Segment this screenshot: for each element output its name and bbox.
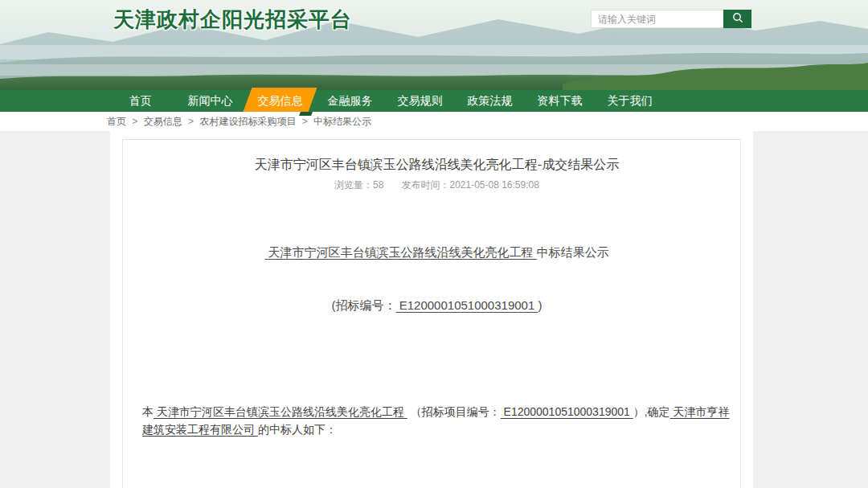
search-input[interactable] <box>591 10 723 28</box>
content-card: 天津市宁河区丰台镇滨玉公路线沿线美化亮化工程-成交结果公示 浏览量：58发布时间… <box>122 139 741 488</box>
bid-number: E1200001051000319001 <box>396 298 538 312</box>
breadcrumb-item-result-notice[interactable]: 中标结果公示 <box>313 116 371 127</box>
article-meta: 浏览量：58发布时间：2021-05-08 16:59:08 <box>142 178 731 191</box>
notice-subtitle: 天津市宁河区丰台镇滨玉公路线沿线美化亮化工程 中标结果公示 (招标编号： E12… <box>142 208 731 350</box>
breadcrumb-separator: > <box>302 116 308 127</box>
main-nav: 首页 新闻中心 交易信息 金融服务 交易规则 政策法规 资料下载 关于我们 <box>0 90 868 112</box>
project-name: 天津市宁河区丰台镇滨玉公路线沿线美化亮化工程 <box>264 245 536 259</box>
bid-number-label: (招标编号： <box>332 298 396 312</box>
breadcrumb: 首页 > 交易信息 > 农村建设招标采购项目 > 中标结果公示 <box>0 112 868 131</box>
notice-subtitle-line1: 天津市宁河区丰台镇滨玉公路线沿线美化亮化工程 中标结果公示 <box>142 244 731 261</box>
page: 天津政村企阳光招采平台 首页 新闻中心 交易信息 <box>0 0 868 488</box>
active-tab-fold <box>299 112 313 116</box>
breadcrumb-item-rural-projects[interactable]: 农村建设招标采购项目 <box>199 116 296 127</box>
intro-paragraph: 本 天津市宁河区丰台镇滨玉公路线沿线美化亮化工程 （招标项目编号： E12000… <box>142 403 731 438</box>
breadcrumb-separator: > <box>188 116 194 127</box>
nav-item-label: 政策法规 <box>468 94 513 107</box>
views-count: 58 <box>373 179 383 191</box>
breadcrumb-item-trade-info[interactable]: 交易信息 <box>144 116 182 127</box>
publish-time-label: 发布时间： <box>401 179 449 191</box>
breadcrumb-item-home[interactable]: 首页 <box>107 116 126 127</box>
nav-item-finance[interactable]: 金融服务 <box>315 90 385 112</box>
nav-item-policy[interactable]: 政策法规 <box>455 90 525 112</box>
nav-item-news[interactable]: 新闻中心 <box>175 90 245 112</box>
content-wrapper: 天津市宁河区丰台镇滨玉公路线沿线美化亮化工程-成交结果公示 浏览量：58发布时间… <box>110 131 753 488</box>
nav-item-trade-rules[interactable]: 交易规则 <box>385 90 455 112</box>
search-icon <box>732 12 743 26</box>
intro-project-code: E1200001051000319001 <box>501 405 633 418</box>
header-banner: 天津政村企阳光招采平台 <box>0 0 868 90</box>
nav-item-label: 关于我们 <box>608 94 653 107</box>
breadcrumb-separator: > <box>132 116 137 127</box>
nav-item-home[interactable]: 首页 <box>105 90 175 112</box>
notice-subtitle-line2: (招标编号： E1200001051000319001 ) <box>142 297 731 314</box>
intro-mid: （招标项目编号： <box>407 405 501 418</box>
nav-item-downloads[interactable]: 资料下载 <box>525 90 595 112</box>
site-title: 天津政村企阳光招采平台 <box>113 6 352 34</box>
article-title: 天津市宁河区丰台镇滨玉公路线沿线美化亮化工程-成交结果公示 <box>142 156 731 174</box>
nav-item-label: 交易规则 <box>398 94 443 107</box>
nav-item-label: 资料下载 <box>538 94 583 107</box>
intro-pre: 本 <box>142 405 154 418</box>
views-label: 浏览量： <box>334 179 373 191</box>
intro-post: 的中标人如下： <box>258 423 337 436</box>
publish-time: 2021-05-08 16:59:08 <box>449 179 538 191</box>
search-box <box>591 10 751 28</box>
search-button[interactable] <box>723 10 751 28</box>
nav-item-trade-info[interactable]: 交易信息 <box>245 90 315 112</box>
intro-project-name: 天津市宁河区丰台镇滨玉公路线沿线美化亮化工程 <box>154 405 407 418</box>
main-area: 天津市宁河区丰台镇滨玉公路线沿线美化亮化工程-成交结果公示 浏览量：58发布时间… <box>0 131 868 488</box>
nav-item-label: 交易信息 <box>258 94 303 107</box>
nav-item-label: 金融服务 <box>328 94 373 107</box>
subtitle-suffix: 中标结果公示 <box>537 245 609 259</box>
nav-item-label: 新闻中心 <box>188 94 233 107</box>
bid-number-suffix: ) <box>538 298 542 312</box>
intro-mid2: ）,确定 <box>633 405 670 418</box>
nav-item-about[interactable]: 关于我们 <box>595 90 665 112</box>
nav-item-label: 首页 <box>129 94 152 107</box>
article-body: 本 天津市宁河区丰台镇滨玉公路线沿线美化亮化工程 （招标项目编号： E12000… <box>142 367 731 488</box>
